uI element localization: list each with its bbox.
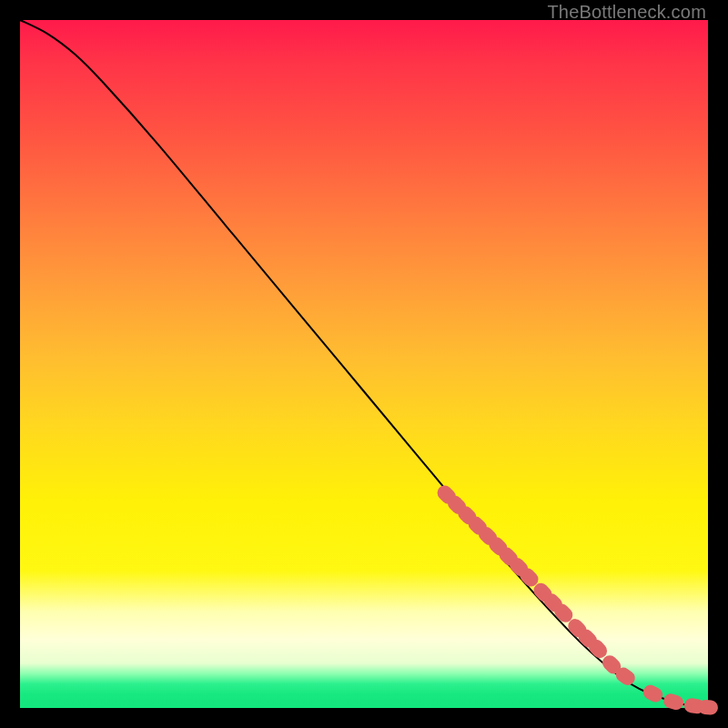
- chart-frame: TheBottleneck.com: [0, 0, 728, 728]
- curve-path: [20, 20, 708, 707]
- watermark-text: TheBottleneck.com: [547, 2, 706, 23]
- curve-line: [20, 20, 708, 707]
- data-marker: [641, 682, 665, 704]
- data-marker: [697, 699, 718, 715]
- chart-overlay: [20, 20, 708, 708]
- highlighted-markers: [434, 482, 718, 715]
- plot-area: [20, 20, 708, 708]
- data-marker: [662, 692, 685, 712]
